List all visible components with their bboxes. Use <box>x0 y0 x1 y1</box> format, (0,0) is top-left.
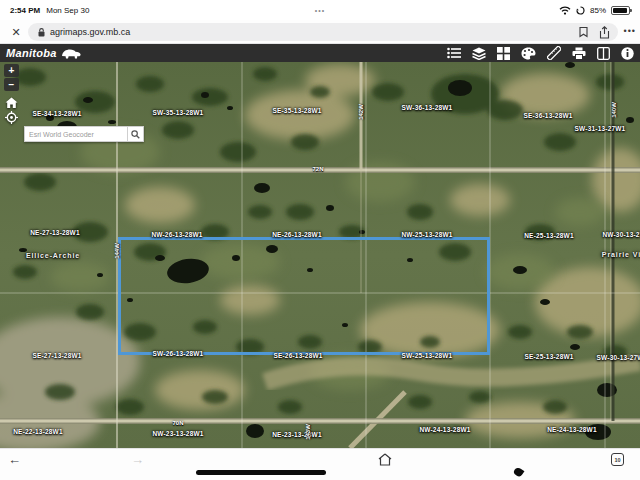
my-location-button[interactable] <box>5 111 18 124</box>
bison-icon <box>60 47 82 60</box>
section-label: SE-35-13-28W1 <box>272 107 321 114</box>
road-label: 144W <box>114 243 120 259</box>
section-label: NE-23-13-28W1 <box>272 431 322 438</box>
basemap-gallery-icon[interactable] <box>497 47 510 60</box>
section-label: SW-25-13-28W1 <box>402 352 453 359</box>
draw-icon[interactable] <box>521 47 536 60</box>
more-menu-button[interactable]: ••• <box>624 26 636 36</box>
about-icon[interactable] <box>621 47 634 60</box>
zoom-out-button[interactable]: − <box>4 78 19 91</box>
tabs-button[interactable]: 10 <box>611 453 624 466</box>
road-label: 140W <box>611 102 617 118</box>
municipality-label: Ellice-Archie <box>26 252 80 259</box>
share-icon[interactable] <box>599 26 610 39</box>
road-label: 70N <box>172 420 183 426</box>
measure-icon[interactable] <box>547 46 561 60</box>
geocoder-search <box>24 126 144 142</box>
section-label: SE-27-13-28W1 <box>32 352 81 359</box>
back-button[interactable]: ← <box>8 452 21 467</box>
lock-icon <box>38 28 45 37</box>
ipad-screen: 2:54 PM Mon Sep 30 ••• 85% ✕ <box>0 0 640 480</box>
section-label: SW-26-13-28W1 <box>153 350 204 357</box>
date: Mon Sep 30 <box>46 6 89 15</box>
map-canvas[interactable]: SE-34-13-28W1 SW-35-13-28W1 SE-35-13-28W… <box>0 62 640 448</box>
search-input[interactable] <box>24 126 127 142</box>
section-label: SW-31-13-27W1 <box>575 125 626 132</box>
section-label: NW-25-13-28W1 <box>401 231 452 238</box>
home-extent-button[interactable] <box>5 97 18 109</box>
close-tab-button[interactable]: ✕ <box>8 24 24 40</box>
road-label: 143W <box>305 424 311 440</box>
section-label: NW-24-13-28W1 <box>419 426 470 433</box>
forward-button[interactable]: → <box>131 452 144 467</box>
browser-toolbar: ✕ agrimaps.gov.mb.ca ••• <box>0 20 640 44</box>
url-text: agrimaps.gov.mb.ca <box>50 27 130 37</box>
print-icon[interactable] <box>572 47 586 60</box>
side-panel-icon[interactable] <box>597 47 610 60</box>
section-label: SW-36-13-28W1 <box>402 104 453 111</box>
battery-percent: 85% <box>590 6 606 15</box>
app-header: Manitoba <box>0 44 640 62</box>
section-label: SE-36-13-28W1 <box>523 112 572 119</box>
bookmark-icon[interactable] <box>578 26 589 38</box>
section-label: NW-30-13-27W1 <box>602 231 640 238</box>
section-label: NE-22-13-28W1 <box>13 428 63 435</box>
battery-icon <box>611 6 630 15</box>
logo-text: Manitoba <box>6 47 57 59</box>
section-label: NE-27-13-28W1 <box>30 229 80 236</box>
address-bar[interactable]: agrimaps.gov.mb.ca <box>28 23 618 41</box>
section-label: NW-23-13-28W1 <box>152 430 203 437</box>
orientation-lock-icon <box>576 6 585 15</box>
search-button[interactable] <box>127 126 144 142</box>
section-label: SE-34-13-28W1 <box>32 110 81 117</box>
wifi-icon <box>559 6 571 15</box>
zoom-in-button[interactable]: + <box>4 64 19 77</box>
section-label: SE-26-13-28W1 <box>273 352 322 359</box>
section-label: NE-24-13-28W1 <box>547 426 597 433</box>
section-label: NE-26-13-28W1 <box>272 231 322 238</box>
home-button[interactable] <box>378 453 392 466</box>
parcel-selection-box <box>118 237 490 355</box>
legend-icon[interactable] <box>447 47 461 59</box>
road-label: 142W <box>358 104 364 120</box>
status-bar: 2:54 PM Mon Sep 30 ••• 85% <box>0 0 640 20</box>
search-icon <box>131 130 140 139</box>
layers-icon[interactable] <box>472 47 486 60</box>
section-label: NW-26-13-28W1 <box>151 231 202 238</box>
multitask-dots: ••• <box>315 7 325 14</box>
clock: 2:54 PM <box>10 6 40 15</box>
browser-bottom-toolbar: ← → 10 <box>0 448 640 480</box>
home-indicator[interactable] <box>196 470 326 475</box>
road-label: 72N <box>312 166 323 172</box>
municipality-label: Prairie View <box>602 251 640 258</box>
section-label: SE-25-13-28W1 <box>524 353 573 360</box>
section-label: SW-30-13-27W1 <box>597 354 640 361</box>
section-label: SW-35-13-28W1 <box>153 109 204 116</box>
section-label: NE-25-13-28W1 <box>524 232 574 239</box>
manitoba-logo: Manitoba <box>6 47 82 60</box>
